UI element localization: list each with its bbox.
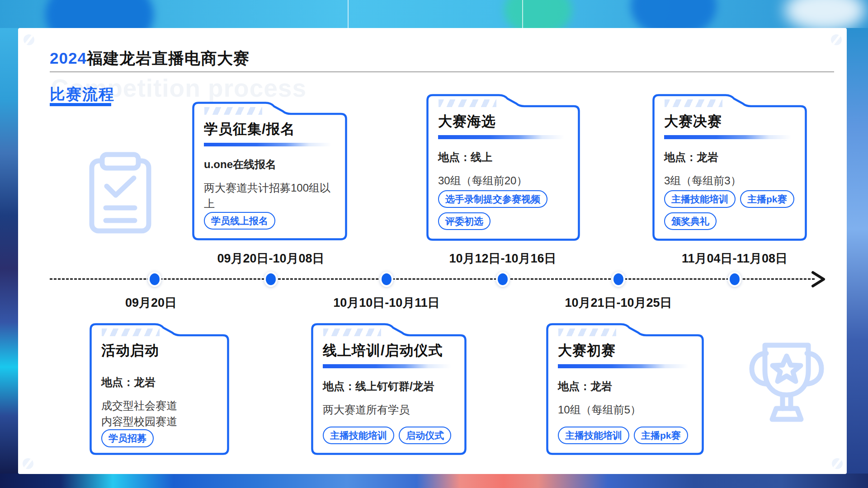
timeline-dot (612, 272, 625, 287)
card-title: 大赛决赛 (664, 114, 722, 129)
title-accent-bar (438, 135, 568, 139)
clipboard-check-icon (89, 152, 152, 236)
tag-pill: 主播技能培训 (323, 427, 394, 444)
stage-card-training: 线上培训/启动仪式 地点：线上钉钉群/龙岩 两大赛道所有学员 主播技能培训 启动… (311, 323, 467, 455)
timeline-date: 10月10日-10月11日 (333, 295, 440, 311)
tag-pill: 评委初选 (438, 212, 491, 230)
card-line: 地点：龙岩 (664, 150, 718, 165)
stage-card-registration: 学员征集/报名 u.one在线报名 两大赛道共计招募100组以上 学员线上报名 (192, 102, 347, 240)
card-line: 地点：线上钉钉群/龙岩 (323, 379, 434, 394)
page-title-rest: 福建龙岩直播电商大赛 (87, 49, 250, 67)
bg-line (522, 0, 523, 28)
card-line: 成交型社会赛道 (101, 398, 177, 414)
card-line: 30组（每组前20） (438, 173, 527, 189)
trophy-star-icon (741, 339, 832, 431)
timeline-date: 10月12日-10月16日 (449, 250, 556, 267)
title-accent-bar (204, 143, 335, 146)
title-accent-bar (664, 135, 795, 139)
timeline-dot (264, 272, 278, 287)
tag-pill: 学员招募 (101, 429, 154, 447)
section-title: 比赛流程 (50, 84, 115, 105)
timeline-date: 09月20日 (125, 295, 177, 311)
tag-pill: 主播技能培训 (664, 190, 736, 208)
tag-pill: 颁奖典礼 (664, 212, 717, 230)
stage-card-preliminary: 大赛初赛 地点：龙岩 10组（每组前5） 主播技能培训 主播pk赛 (546, 323, 704, 455)
tag-pill: 启动仪式 (399, 427, 451, 444)
timeline-date: 11月04日-11月08日 (682, 250, 788, 267)
timeline-arrow-icon (811, 271, 826, 290)
corner-circle-decoration (831, 34, 842, 45)
title-accent-bar (558, 364, 692, 368)
card-title: 活动启动 (101, 343, 159, 358)
timeline-date: 10月21日-10月25日 (565, 295, 672, 311)
card-title: 线上培训/启动仪式 (323, 343, 443, 358)
stage-card-final: 大赛决赛 地点：龙岩 3组（每组前3） 主播技能培训 主播pk赛 颁奖典礼 (652, 94, 807, 241)
card-title: 大赛海选 (438, 114, 496, 129)
tag-pill: 主播技能培训 (558, 427, 629, 444)
tag-pill: 选手录制提交参赛视频 (438, 190, 547, 208)
corner-circle-decoration (24, 34, 34, 45)
tag-pill: 主播pk赛 (740, 190, 794, 208)
corner-circle-decoration (23, 458, 33, 469)
card-title: 学员征集/报名 (204, 122, 295, 137)
card-line: 10组（每组前5） (558, 402, 641, 418)
stage-card-launch: 活动启动 地点：龙岩 成交型社会赛道 内容型校园赛道 学员招募 (90, 323, 229, 455)
tag-pill: 学员线上报名 (204, 212, 275, 230)
tag-pill: 主播pk赛 (634, 427, 688, 444)
bg-left-strip (0, 28, 18, 474)
timeline-dot (148, 272, 161, 287)
bg-right-strip (846, 28, 868, 474)
page-title-year: 2024 (50, 49, 87, 67)
card-line: 地点：龙岩 (558, 379, 612, 394)
card-line: 3组（每组前3） (664, 173, 741, 189)
timeline-dashed-line (50, 278, 815, 280)
card-line: 两大赛道所有学员 (323, 402, 410, 418)
card-line: u.one在线报名 (204, 157, 276, 173)
timeline-dot (380, 272, 393, 287)
bg-line (348, 0, 349, 28)
card-line: 内容型校园赛道 (101, 414, 177, 430)
bg-bottom-strip (0, 474, 868, 488)
timeline-date: 09月20日-10月08日 (217, 250, 324, 267)
title-accent-bar (323, 364, 455, 368)
card-line: 两大赛道共计招募100组以上 (204, 180, 335, 212)
page-title: 2024福建龙岩直播电商大赛 (50, 48, 250, 69)
bg-blob (784, 0, 866, 32)
corner-circle-decoration (832, 458, 843, 469)
timeline-dot (496, 272, 509, 287)
header-divider (50, 71, 834, 72)
section-title-underline (50, 103, 111, 106)
timeline-dot (728, 272, 741, 287)
stage-card-audition: 大赛海选 地点：线上 30组（每组前20） 选手录制提交参赛视频 评委初选 (426, 94, 580, 241)
card-line: 地点：线上 (438, 150, 492, 165)
card-line: 地点：龙岩 (101, 375, 156, 390)
card-title: 大赛初赛 (558, 343, 616, 358)
